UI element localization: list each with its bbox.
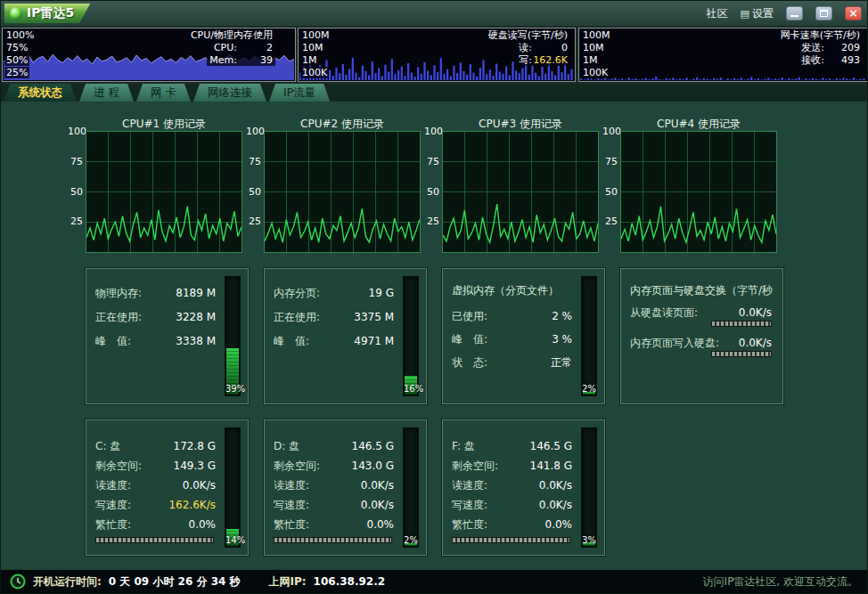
disk-d-panel: D: 盘146.5 G 剩余空间:143.0 G 读速度:0.0K/s 写速度:… — [264, 419, 427, 556]
cpu4-usage-chart: CPU#4 使用记录 100 75 50 25 — [602, 117, 781, 257]
mem-usage-readout: Mem: 39 — [207, 54, 275, 66]
mem-label: Mem: — [209, 54, 237, 66]
app-title: IP雷达5 — [27, 5, 74, 21]
tab-processes[interactable]: 进 程 — [79, 84, 134, 102]
settings-button[interactable]: ▤ 设置 — [741, 6, 774, 21]
row-value: 3338 M — [176, 335, 216, 347]
usage-percent-label: 16% — [404, 384, 418, 394]
cpu3-usage-chart: CPU#3 使用记录 100 75 50 25 — [424, 117, 602, 257]
nic-send-label: 发送: — [801, 42, 824, 53]
tab-network-connections[interactable]: 网络连接 — [193, 84, 266, 102]
y-tick-50: 50 — [602, 186, 618, 198]
disk-name: C: 盘 — [95, 440, 120, 452]
cpu1-usage-chart: CPU#1 使用记录 100 75 50 25 — [68, 117, 246, 257]
disk-read-value: 0 — [532, 42, 568, 53]
scale-label-100pct: 100% — [4, 29, 36, 41]
disk-c-usage-bar: 14% — [225, 427, 241, 548]
cpu-usage-readout: CPU: 2 — [211, 42, 275, 53]
tab-system-status[interactable]: 系统状态 — [4, 84, 77, 102]
scale-label-75pct: 75% — [4, 42, 29, 53]
virtual-memory-usage-bar: 2% — [581, 276, 597, 396]
tab-nic[interactable]: 网 卡 — [136, 84, 191, 102]
cpu-value: 2 — [237, 42, 273, 53]
row-label: 繁忙度: — [274, 518, 309, 531]
panel-title: 内存页面与硬盘交换（字节/秒） — [630, 283, 774, 298]
y-tick-50: 50 — [68, 186, 83, 198]
memory-disk-swap-panel: 内存页面与硬盘交换（字节/秒） 从硬盘读页面:0.0K/s 内存页面写入硬盘:0… — [620, 268, 783, 404]
y-tick-75: 75 — [602, 156, 618, 167]
scale-label-100m: 100M — [581, 29, 612, 41]
row-label: 读速度: — [452, 479, 487, 492]
scale-label-1m: 1M — [300, 54, 319, 66]
y-tick-50: 50 — [424, 186, 439, 198]
cpu4-usage-plot — [620, 131, 777, 253]
row-value: 0.0K/s — [539, 499, 572, 511]
row-value: 正常 — [551, 356, 572, 369]
row-label: 正在使用: — [274, 311, 320, 323]
nic-speed-history-graph — [580, 64, 866, 80]
nic-speed-meter: 100M 10M 1M 100K 网卡速率(字节/秒) 发送: 209 接收: … — [578, 28, 868, 82]
row-value: 0.0K/s — [183, 479, 216, 492]
y-tick-25: 25 — [424, 216, 439, 227]
app-window: IP雷达5 社区 ▤ 设置 × 100% 75% 50% 25% CPU/物理内… — [0, 0, 868, 594]
row-value: 162.6K/s — [168, 499, 216, 511]
titlebar: IP雷达5 社区 ▤ 设置 × — [1, 1, 867, 26]
usage-percent-label: 39% — [225, 384, 240, 394]
disk-size: 146.5 G — [352, 440, 394, 452]
nic-recv-readout: 接收: 493 — [798, 54, 863, 66]
maximize-icon — [820, 10, 828, 17]
usage-percent-label: 2% — [404, 535, 418, 545]
cpu4-chart-title: CPU#4 使用记录 — [620, 117, 777, 132]
row-value: 141.8 G — [530, 460, 572, 472]
row-value: 0.0K/s — [539, 479, 572, 492]
row-value: 8189 M — [176, 287, 216, 299]
uptime-value: 0 天 09 小时 26 分 34 秒 — [109, 574, 241, 590]
scale-label-100k: 100K — [581, 67, 610, 78]
disk-busy-bar — [95, 537, 214, 543]
community-promo-text: 访问IP雷达社区, 欢迎互动交流。 — [703, 574, 858, 590]
minimize-button[interactable] — [786, 6, 803, 20]
scale-label-1m: 1M — [581, 54, 600, 66]
maximize-button[interactable] — [815, 6, 832, 20]
row-value: 0.0K/s — [739, 306, 772, 319]
row-label: 正在使用: — [95, 311, 142, 323]
cpu2-usage-plot — [264, 131, 421, 253]
usage-percent-label: 3% — [582, 535, 596, 545]
scale-label-100k: 100K — [300, 67, 329, 78]
row-label: 峰 值: — [452, 333, 487, 346]
row-label: 写速度: — [95, 499, 131, 511]
settings-label: 设置 — [752, 6, 774, 21]
tab-ip-traffic[interactable]: IP流量 — [269, 84, 330, 102]
row-label: 繁忙度: — [95, 518, 131, 531]
top-meters: 100% 75% 50% 25% CPU/物理内存使用 CPU: 2 Mem: … — [1, 26, 867, 84]
disk-size: 146.5 G — [530, 440, 572, 452]
disk-read-label: 读: — [519, 42, 532, 53]
disk-d-usage-bar: 2% — [403, 427, 419, 548]
disk-write-value: 162.6K — [532, 54, 568, 66]
community-link[interactable]: 社区 — [707, 6, 728, 21]
usage-percent-label: 2% — [582, 384, 596, 394]
row-label: 物理内存: — [95, 287, 142, 299]
y-tick-75: 75 — [246, 156, 261, 167]
disk-busy-bar — [452, 537, 570, 543]
scale-label-100m: 100M — [300, 29, 332, 41]
cpu3-chart-title: CPU#3 使用记录 — [442, 117, 599, 132]
row-value: 0.0K/s — [739, 337, 772, 349]
disk-io-meter: 100M 10M 1M 100K 硬盘读写(字节/秒) 读: 0 写: 162.… — [298, 28, 576, 82]
disk-f-usage-bar: 3% — [581, 427, 597, 548]
row-label: 内存分页: — [274, 287, 320, 299]
swap-read-bar — [711, 321, 772, 327]
row-value: 2 % — [552, 310, 572, 322]
disk-c-panel: C: 盘172.8 G 剩余空间:149.3 G 读速度:0.0K/s 写速度:… — [86, 419, 249, 556]
close-button[interactable]: × — [845, 6, 862, 20]
nic-send-value: 209 — [824, 42, 860, 53]
y-tick-100: 100 — [424, 126, 439, 137]
disk-size: 172.8 G — [174, 440, 216, 452]
y-tick-75: 75 — [424, 156, 439, 167]
cpu2-chart-title: CPU#2 使用记录 — [264, 117, 421, 132]
memory-paging-usage-bar: 16% — [403, 276, 419, 396]
row-label: 剩余空间: — [274, 460, 320, 472]
cpu-mem-meter: 100% 75% 50% 25% CPU/物理内存使用 CPU: 2 Mem: … — [2, 28, 296, 82]
cpu3-usage-plot — [442, 131, 599, 253]
row-label: 状 态: — [452, 356, 487, 369]
